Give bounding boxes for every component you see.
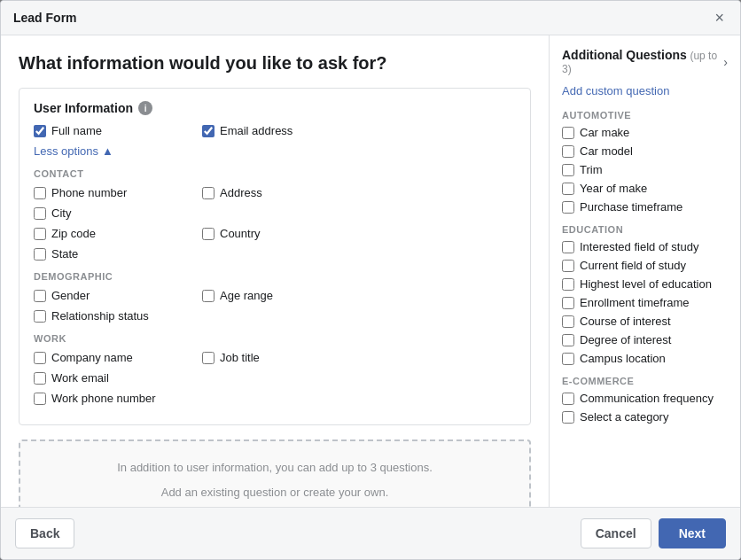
- email-address-checkbox[interactable]: [202, 125, 214, 137]
- job-title-checkbox[interactable]: [202, 352, 214, 364]
- city-label[interactable]: City: [51, 206, 71, 220]
- footer-right: Cancel Next: [581, 518, 726, 548]
- sidebar-header: Additional Questions (up to 3) ›: [562, 48, 728, 75]
- next-button[interactable]: Next: [659, 518, 726, 548]
- checkbox-address: Address: [202, 186, 362, 199]
- degree-of-interest-checkbox[interactable]: [562, 334, 574, 346]
- year-of-make-label[interactable]: Year of make: [580, 182, 647, 195]
- phone-number-label[interactable]: Phone number: [51, 186, 127, 199]
- highest-level-checkbox[interactable]: [562, 278, 574, 291]
- zip-code-checkbox[interactable]: [34, 228, 46, 240]
- city-checkbox[interactable]: [34, 207, 46, 220]
- checkbox-phone-number: Phone number: [34, 186, 193, 199]
- select-category-checkbox[interactable]: [562, 411, 574, 424]
- current-field-checkbox[interactable]: [562, 260, 574, 272]
- course-of-interest-label[interactable]: Course of interest: [580, 315, 671, 328]
- highest-level-label[interactable]: Highest level of education: [580, 277, 712, 291]
- company-name-checkbox[interactable]: [34, 352, 46, 364]
- work-phone-label[interactable]: Work phone number: [51, 392, 156, 405]
- modal-title: Lead Form: [13, 11, 77, 25]
- sidebar-item-year-of-make: Year of make: [562, 182, 728, 195]
- checkbox-work-phone: Work phone number: [34, 392, 193, 405]
- work-phone-checkbox[interactable]: [34, 393, 46, 405]
- sidebar-title: Additional Questions: [562, 48, 687, 62]
- age-range-checkbox[interactable]: [202, 290, 214, 302]
- checkbox-country: Country: [202, 227, 362, 240]
- cancel-button[interactable]: Cancel: [581, 518, 651, 548]
- age-range-label[interactable]: Age range: [220, 289, 273, 302]
- contact-row-2: Zip code Country State: [34, 227, 516, 261]
- phone-number-checkbox[interactable]: [34, 187, 46, 199]
- enrollment-timeframe-checkbox[interactable]: [562, 297, 574, 309]
- relationship-status-label[interactable]: Relationship status: [51, 309, 149, 323]
- communication-frequency-label[interactable]: Communication frequency: [580, 392, 714, 405]
- add-custom-question-button[interactable]: Add custom question: [562, 84, 669, 97]
- work-row-2: Work phone number: [34, 392, 516, 405]
- campus-location-checkbox[interactable]: [562, 353, 574, 365]
- close-button[interactable]: ×: [711, 10, 728, 26]
- demographic-label: DEMOGRAPHIC: [34, 271, 516, 282]
- purchase-timeframe-label[interactable]: Purchase timeframe: [580, 200, 682, 214]
- sidebar-item-trim: Trim: [562, 163, 728, 176]
- interested-field-label[interactable]: Interested field of study: [580, 240, 698, 253]
- full-name-checkbox[interactable]: [34, 125, 46, 137]
- state-checkbox[interactable]: [34, 248, 46, 261]
- work-email-label[interactable]: Work email: [51, 371, 109, 385]
- car-model-label[interactable]: Car model: [580, 144, 633, 158]
- interested-field-checkbox[interactable]: [562, 241, 574, 253]
- degree-of-interest-label[interactable]: Degree of interest: [580, 333, 671, 346]
- contact-label: CONTACT: [34, 168, 516, 179]
- job-title-label[interactable]: Job title: [220, 351, 260, 364]
- company-name-label[interactable]: Company name: [51, 351, 133, 364]
- sidebar-item-communication-frequency: Communication frequency: [562, 392, 728, 405]
- zip-code-label[interactable]: Zip code: [51, 227, 96, 240]
- sidebar-item-highest-level: Highest level of education: [562, 277, 728, 291]
- sidebar-item-course-of-interest: Course of interest: [562, 315, 728, 328]
- add-question-text-2: Add an existing question or create your …: [38, 484, 511, 502]
- gender-checkbox[interactable]: [34, 290, 46, 302]
- add-question-text-1: In addition to user information, you can…: [38, 459, 511, 477]
- work-email-checkbox[interactable]: [34, 372, 46, 385]
- checkbox-state: State: [34, 247, 193, 261]
- demographic-row: Gender Age range Relationship status: [34, 289, 516, 323]
- email-address-label[interactable]: Email address: [220, 124, 292, 137]
- checkbox-relationship-status: Relationship status: [34, 309, 193, 323]
- communication-frequency-checkbox[interactable]: [562, 393, 574, 405]
- checkbox-email-address: Email address: [202, 124, 362, 137]
- modal-footer: Back Cancel Next: [1, 507, 740, 559]
- trim-label[interactable]: Trim: [580, 163, 603, 176]
- sidebar-item-car-make: Car make: [562, 126, 728, 139]
- info-icon[interactable]: i: [138, 101, 152, 115]
- car-make-label[interactable]: Car make: [580, 126, 629, 139]
- course-of-interest-checkbox[interactable]: [562, 315, 574, 328]
- country-label[interactable]: Country: [220, 227, 261, 240]
- select-category-label[interactable]: Select a category: [580, 410, 668, 424]
- state-label[interactable]: State: [51, 247, 78, 261]
- user-info-section: User Information i Full name Email addre…: [19, 88, 531, 425]
- car-model-checkbox[interactable]: [562, 145, 574, 158]
- add-question-box: In addition to user information, you can…: [19, 439, 531, 507]
- address-label[interactable]: Address: [220, 186, 262, 199]
- full-name-label[interactable]: Full name: [51, 124, 102, 137]
- back-button[interactable]: Back: [15, 518, 74, 548]
- relationship-status-checkbox[interactable]: [34, 310, 46, 323]
- gender-label[interactable]: Gender: [51, 289, 90, 302]
- sidebar-item-car-model: Car model: [562, 144, 728, 158]
- less-options-button[interactable]: Less options ▲: [34, 144, 113, 158]
- purchase-timeframe-checkbox[interactable]: [562, 201, 574, 214]
- work-label: WORK: [34, 333, 516, 344]
- current-field-label[interactable]: Current field of study: [580, 259, 686, 272]
- country-checkbox[interactable]: [202, 228, 214, 240]
- enrollment-timeframe-label[interactable]: Enrollment timeframe: [580, 296, 690, 309]
- campus-location-label[interactable]: Campus location: [580, 352, 666, 365]
- trim-checkbox[interactable]: [562, 164, 574, 176]
- address-checkbox[interactable]: [202, 187, 214, 199]
- work-row: Company name Job title Work email: [34, 351, 516, 385]
- checkbox-full-name: Full name: [34, 124, 193, 137]
- sidebar-item-purchase-timeframe: Purchase timeframe: [562, 200, 728, 214]
- car-make-checkbox[interactable]: [562, 127, 574, 139]
- checkbox-zip-code: Zip code: [34, 227, 193, 240]
- checkbox-gender: Gender: [34, 289, 193, 302]
- main-question: What information would you like to ask f…: [19, 53, 531, 74]
- year-of-make-checkbox[interactable]: [562, 183, 574, 195]
